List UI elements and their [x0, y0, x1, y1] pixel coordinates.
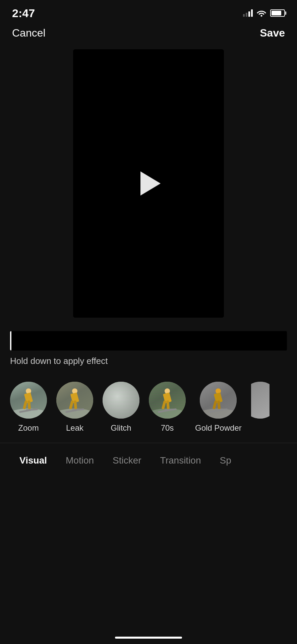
play-button[interactable]	[140, 171, 161, 196]
save-button[interactable]: Save	[260, 27, 285, 39]
tab-sticker[interactable]: Sticker	[103, 450, 151, 471]
effects-row: Zoom Leak Glitch	[0, 372, 297, 439]
effect-70s[interactable]: 70s	[149, 382, 186, 433]
tab-transition[interactable]: Transition	[151, 450, 211, 471]
status-icons	[243, 9, 285, 17]
tab-sp-partial[interactable]: Sp	[211, 450, 231, 471]
effect-partial[interactable]	[251, 382, 270, 433]
timeline-indicator	[10, 331, 11, 351]
effect-glitch[interactable]: Glitch	[103, 382, 139, 433]
effect-goldpowder-thumbnail	[200, 382, 237, 419]
top-navigation: Cancel Save	[0, 23, 297, 46]
effect-zoom-label: Zoom	[18, 423, 39, 433]
signal-icon	[243, 9, 253, 17]
status-time: 2:47	[12, 7, 35, 20]
video-container	[0, 49, 297, 318]
category-tabs: Visual Motion Sticker Transition Sp	[0, 443, 297, 471]
home-indicator	[115, 637, 182, 639]
effect-goldpowder[interactable]: Gold Powder	[195, 382, 242, 433]
tab-motion[interactable]: Motion	[56, 450, 103, 471]
effect-leak-thumbnail	[56, 382, 93, 419]
effect-leak[interactable]: Leak	[56, 382, 93, 433]
effect-70s-label: 70s	[161, 423, 174, 433]
hold-hint: Hold down to apply effect	[10, 356, 287, 366]
timeline-bar[interactable]	[10, 331, 287, 351]
effect-70s-thumbnail	[149, 382, 186, 419]
effect-glitch-thumbnail	[103, 382, 139, 419]
timeline-section: Hold down to apply effect	[0, 321, 297, 372]
status-bar: 2:47	[0, 0, 297, 23]
wifi-icon	[257, 9, 266, 17]
battery-icon	[270, 9, 285, 17]
effect-goldpowder-label: Gold Powder	[195, 423, 242, 433]
cancel-button[interactable]: Cancel	[12, 27, 46, 39]
effect-leak-label: Leak	[66, 423, 83, 433]
effect-glitch-label: Glitch	[111, 423, 131, 433]
effect-zoom-thumbnail	[10, 382, 47, 419]
tab-visual[interactable]: Visual	[10, 450, 56, 471]
effect-zoom[interactable]: Zoom	[10, 382, 47, 433]
effect-partial-thumbnail	[251, 382, 270, 419]
video-preview[interactable]	[73, 49, 224, 318]
